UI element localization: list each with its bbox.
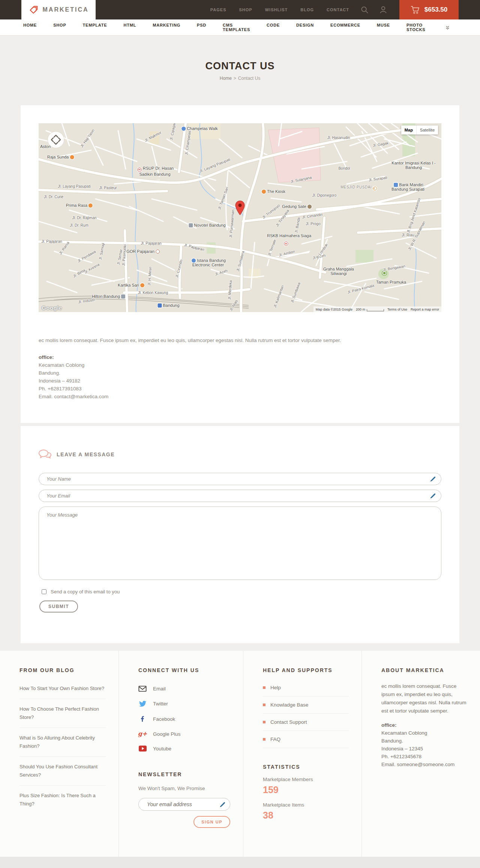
topnav-design[interactable]: DESIGN xyxy=(296,23,314,32)
pen-icon xyxy=(429,493,436,499)
satellite-view-button[interactable]: Satellite xyxy=(416,125,438,134)
dot-icon xyxy=(156,249,160,254)
map-scale: 200 m xyxy=(356,308,384,311)
brand-logo[interactable]: MARKETICA xyxy=(21,0,96,19)
header-nav-shop[interactable]: SHOP xyxy=(239,7,252,12)
blog-link-how-to-start-your-own-fashion-[interactable]: How To Start Your Own Fashion Store? xyxy=(20,678,106,699)
map-label-gor-pajajaran: GOR Pajajaran xyxy=(126,249,161,254)
help-list: HelpKnowladge BaseContact SupportFAQ xyxy=(263,679,349,748)
breadcrumb: Home>Contact Us xyxy=(0,76,480,81)
map-attribution: Map data ©2015 Google 200 m Terms of Use… xyxy=(314,306,441,312)
map-pan-control[interactable] xyxy=(47,131,65,149)
newsletter-email-input[interactable] xyxy=(138,798,230,811)
blog-link-plus-size-fashion-is-there-suc[interactable]: Plus Size Fashion: Is There Such a Thing… xyxy=(20,786,106,814)
statistics-list: Marketplace Members159Marketplace Items3… xyxy=(263,777,349,821)
footer: FROM OUR BLOG How To Start Your Own Fash… xyxy=(0,651,480,857)
map-scale-bar xyxy=(367,309,384,311)
blog-link-should-you-use-fashion-consult[interactable]: Should You Use Fashion Consultant Servic… xyxy=(20,757,106,786)
topnav-template[interactable]: TEMPLATE xyxy=(83,23,107,32)
help-link-faq[interactable]: FAQ xyxy=(263,731,349,748)
office-label: office: xyxy=(39,353,441,361)
topnav-marketing[interactable]: MARKETING xyxy=(153,23,180,32)
blog-link-how-to-choose-the-perfect-fash[interactable]: How To Choose The Perfect Fashion Store? xyxy=(20,699,106,728)
map-view-button[interactable]: Map xyxy=(401,125,416,134)
topnav-photo-stocks[interactable]: PHOTO STOCKS xyxy=(406,23,429,32)
header-nav-pages[interactable]: PAGES xyxy=(210,7,226,12)
shop-icon xyxy=(192,258,196,263)
connect-twitter[interactable]: Twitter xyxy=(138,696,230,711)
category-nav-list: HOMESHOPTEMPLATEHTMLMARKETINGPSDCMS TEMP… xyxy=(23,23,445,32)
connect-youtube[interactable]: Youtube xyxy=(138,741,230,756)
message-textarea[interactable] xyxy=(39,506,441,580)
cart-icon xyxy=(411,6,420,14)
help-link-contact-support[interactable]: Contact Support xyxy=(263,714,349,731)
search-icon[interactable] xyxy=(361,6,369,14)
bullet-icon xyxy=(263,738,266,741)
topnav-psd[interactable]: PSD xyxy=(197,23,206,32)
breadcrumb-home-link[interactable]: Home xyxy=(220,76,232,81)
restaurant-icon xyxy=(140,283,144,287)
office-line: Ph. +62817391083 xyxy=(39,385,441,393)
footer-connect-column: CONNECT WITH US EmailTwitterFacebookg+Go… xyxy=(118,651,243,857)
map-label-bandung: Bandung xyxy=(156,303,179,308)
send-copy-checkbox[interactable] xyxy=(42,589,46,594)
topnav-muse[interactable]: MUSE xyxy=(377,23,390,32)
topnav-code[interactable]: CODE xyxy=(267,23,280,32)
stat-value: 38 xyxy=(263,810,349,821)
connect-email[interactable]: Email xyxy=(138,681,230,696)
terms-of-use-link[interactable]: Terms of Use xyxy=(387,308,407,311)
report-map-error-link[interactable]: Report a map error xyxy=(411,308,439,311)
user-account-icon[interactable] xyxy=(379,6,387,14)
topnav-ecommerce[interactable]: ECOMMERCE xyxy=(330,23,360,32)
statistics-heading: STATISTICS xyxy=(263,764,349,770)
message-field-wrap xyxy=(39,506,441,581)
chevron-double-down-icon[interactable] xyxy=(445,25,450,30)
header-nav: PAGESSHOPWISHLISTBLOGCONTACT xyxy=(204,7,356,12)
footer-help-column: HELP AND SUPPORTS HelpKnowladge BaseCont… xyxy=(243,651,362,857)
google-map[interactable]: Champelas WalkJl. HasanudinAstonRaja Sun… xyxy=(39,123,441,312)
blog-link-what-is-so-alluring-about-cele[interactable]: What is So Alluring About Celebrity Fash… xyxy=(20,728,106,757)
copyright-bar: COPYRIGHT © 2015 TOKOPRESS PRIVACY POLIC… xyxy=(0,857,480,868)
name-input[interactable] xyxy=(39,473,441,485)
connect-facebook[interactable]: Facebook xyxy=(138,711,230,726)
cart-button[interactable]: $653.50 xyxy=(399,0,459,19)
twitter-icon xyxy=(138,700,147,707)
map-label-prima-rasa: Prima Rasa xyxy=(66,203,94,208)
connect-google-plus[interactable]: g+Google Plus xyxy=(138,726,230,741)
topnav-html[interactable]: HTML xyxy=(123,23,136,32)
map-label-hilton-bandung: Hilton Bandung xyxy=(92,294,126,299)
office-label: office: xyxy=(381,721,467,729)
map-label-jl-kebon-kawung: Jl. Kebon Kawung xyxy=(138,291,168,295)
topnav-shop[interactable]: SHOP xyxy=(53,23,66,32)
office-line: Email. contact@marketica.com xyxy=(39,393,441,400)
about-office-lines: Kecamatan CoblongBandung.Indonesia – 123… xyxy=(381,729,467,768)
bullet-icon xyxy=(263,721,266,723)
signup-button[interactable]: SIGN UP xyxy=(194,816,230,828)
header-nav-contact[interactable]: CONTACT xyxy=(327,7,349,12)
map-label-champelas-walk: Champelas Walk xyxy=(180,126,218,131)
header-nav-wishlist[interactable]: WISHLIST xyxy=(265,7,288,12)
office-line: Bandung. xyxy=(39,369,441,377)
map-label-jl-dr-rum: Jl. Dr. Rum xyxy=(70,223,88,227)
connect-label: Google Plus xyxy=(153,731,181,737)
help-link-help[interactable]: Help xyxy=(263,679,349,696)
office-address-block: office: Kecamatan CoblongBandung.Indones… xyxy=(39,353,441,400)
email-input[interactable] xyxy=(39,490,441,502)
topnav-home[interactable]: HOME xyxy=(23,23,37,32)
submit-button[interactable]: SUBMIT xyxy=(39,601,78,613)
bullet-icon xyxy=(263,686,266,689)
map-label-kantor-imigrasi-kelas-i-bandung: Kantor Imigrasi Kelas I - Bandung xyxy=(389,161,438,170)
help-link-knowladge-base[interactable]: Knowladge Base xyxy=(263,696,349,714)
facebook-icon xyxy=(138,716,147,722)
map-marker-pin[interactable] xyxy=(235,200,245,215)
museum-icon xyxy=(308,205,312,209)
help-label: Contact Support xyxy=(270,719,307,725)
connect-label: Twitter xyxy=(153,701,168,707)
stat-value: 159 xyxy=(263,784,349,795)
header-nav-blog[interactable]: BLOG xyxy=(300,7,314,12)
connect-label: Youtube xyxy=(153,746,171,751)
map-label-jl-pasteur: Jl. Pasteur xyxy=(99,186,117,190)
map-label-taman-pramuka: Taman Pramuka xyxy=(376,280,406,284)
topnav-cms-templates[interactable]: CMS TEMPLATES xyxy=(223,23,250,32)
restaurant-icon xyxy=(88,203,93,208)
